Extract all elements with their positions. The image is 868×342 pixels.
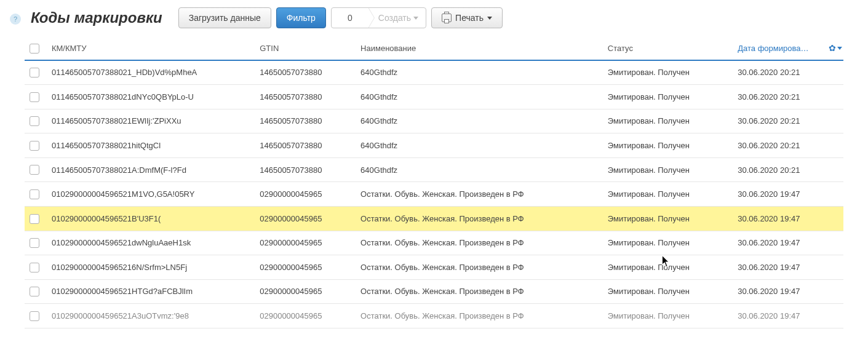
load-data-button[interactable]: Загрузить данные: [178, 7, 271, 28]
help-icon[interactable]: ?: [10, 14, 21, 25]
cell-gtin: 02900000045965: [255, 304, 356, 328]
row-checkbox[interactable]: [30, 92, 39, 102]
cell-gtin: 02900000045965: [255, 182, 356, 207]
row-checkbox[interactable]: [30, 214, 39, 224]
codes-table: КМ/КМТУ GTIN Наименование Статус Дата фо…: [25, 37, 843, 328]
cell-empty: [824, 109, 843, 133]
cell-date: 30.06.2020 19:47: [733, 182, 824, 207]
column-header-km[interactable]: КМ/КМТУ: [47, 37, 255, 60]
cell-status: Эмитирован. Получен: [603, 182, 733, 207]
print-label: Печать: [455, 13, 484, 23]
cell-empty: [824, 133, 843, 158]
cell-name: Остатки. Обувь. Женская. Произведен в РФ: [356, 206, 603, 231]
column-header-gtin[interactable]: GTIN: [255, 37, 356, 60]
create-label: Создать: [378, 13, 411, 23]
cell-empty: [824, 304, 843, 328]
header-checkbox-cell: [25, 37, 47, 60]
filter-button[interactable]: Фильтр: [276, 7, 326, 28]
cell-date: 30.06.2020 19:47: [733, 206, 824, 231]
table-settings-button[interactable]: ✿: [829, 43, 842, 53]
row-checkbox-cell: [25, 231, 47, 255]
table-row[interactable]: 010290000004596521B'U3F1(02900000045965О…: [25, 206, 843, 231]
cell-name: 640Gthdfz: [356, 133, 603, 158]
table-row[interactable]: 010290000004596521A3uOTvmz:'9e8029000000…: [25, 304, 843, 328]
table-row[interactable]: 011465005707388021A:DmfM(F-l?Fd146500570…: [25, 157, 843, 182]
row-checkbox[interactable]: [30, 287, 39, 296]
cell-gtin: 14650057073880: [255, 109, 356, 133]
row-checkbox[interactable]: [30, 263, 39, 272]
select-all-checkbox[interactable]: [30, 44, 39, 54]
row-checkbox[interactable]: [30, 165, 39, 175]
page-title: Коды маркировки: [31, 9, 162, 26]
cell-name: 640Gthdfz: [356, 85, 603, 109]
row-checkbox[interactable]: [30, 189, 39, 199]
cell-name: Остатки. Обувь. Женская. Произведен в РФ: [356, 231, 603, 255]
cell-date: 30.06.2020 19:47: [733, 255, 824, 280]
create-group: 0 Создать: [331, 7, 426, 28]
cell-status: Эмитирован. Получен: [603, 279, 733, 304]
chevron-down-icon: [413, 17, 418, 20]
cell-gtin: 14650057073880: [255, 133, 356, 158]
print-button[interactable]: Печать: [431, 7, 503, 28]
arrow-separator-icon: [368, 7, 375, 28]
row-checkbox-cell: [25, 133, 47, 158]
row-checkbox-cell: [25, 304, 47, 328]
cell-gtin: 14650057073880: [255, 157, 356, 182]
cell-name: Остатки. Обувь. Женская. Произведен в РФ: [356, 182, 603, 207]
cell-empty: [824, 85, 843, 109]
column-header-status[interactable]: Статус: [603, 37, 733, 60]
cell-date: 30.06.2020 20:21: [733, 60, 824, 85]
cell-empty: [824, 206, 843, 231]
table-row[interactable]: 011465005707388021dNYc0QBYpLo-U146500570…: [25, 85, 843, 109]
row-checkbox[interactable]: [30, 311, 39, 321]
cell-date: 30.06.2020 19:47: [733, 231, 824, 255]
create-button: Создать: [375, 13, 426, 23]
cell-date: 30.06.2020 20:21: [733, 157, 824, 182]
cell-name: 640Gthdfz: [356, 157, 603, 182]
table-row[interactable]: 011465005707388021hitQtgCl14650057073880…: [25, 133, 843, 158]
cell-status: Эмитирован. Получен: [603, 255, 733, 280]
chevron-down-icon: [487, 17, 492, 20]
cell-name: Остатки. Обувь. Женская. Произведен в РФ: [356, 255, 603, 280]
cell-empty: [824, 255, 843, 280]
cell-km: 011465005707388021hitQtgCl: [47, 133, 255, 158]
row-checkbox[interactable]: [30, 141, 39, 151]
column-header-name[interactable]: Наименование: [356, 37, 603, 60]
cell-empty: [824, 231, 843, 255]
column-header-date[interactable]: Дата формирова…: [733, 37, 824, 60]
cell-gtin: 02900000045965: [255, 279, 356, 304]
cell-status: Эмитирован. Получен: [603, 109, 733, 133]
cell-status: Эмитирован. Получен: [603, 231, 733, 255]
row-checkbox-cell: [25, 60, 47, 85]
cell-km: 010290000004596521A3uOTvmz:'9e8: [47, 304, 255, 328]
cell-date: 30.06.2020 20:21: [733, 109, 824, 133]
print-icon: [442, 14, 452, 22]
cell-date: 30.06.2020 19:47: [733, 279, 824, 304]
cell-status: Эмитирован. Получен: [603, 133, 733, 158]
cell-gtin: 14650057073880: [255, 60, 356, 85]
table-row[interactable]: 0102900000045965216N/Srfm>LN5Fj029000000…: [25, 255, 843, 280]
cell-name: 640Gthdfz: [356, 109, 603, 133]
cell-empty: [824, 182, 843, 207]
table-row[interactable]: 011465005707388021_HDb)Vd%pMheA146500570…: [25, 60, 843, 85]
cell-status: Эмитирован. Получен: [603, 85, 733, 109]
row-checkbox[interactable]: [30, 68, 39, 78]
row-checkbox[interactable]: [30, 116, 39, 126]
row-checkbox-cell: [25, 157, 47, 182]
cell-km: 011465005707388021EWlIj:'ZPiXXu: [47, 109, 255, 133]
cell-date: 30.06.2020 20:21: [733, 133, 824, 158]
cell-km: 011465005707388021A:DmfM(F-l?Fd: [47, 157, 255, 182]
table-row[interactable]: 010290000004596521M1VO,G5A!05RY029000000…: [25, 182, 843, 207]
cell-status: Эмитирован. Получен: [603, 60, 733, 85]
table-row[interactable]: 010290000004596521HTGd?aFCBJlIm029000000…: [25, 279, 843, 304]
cell-status: Эмитирован. Получен: [603, 304, 733, 328]
cell-gtin: 14650057073880: [255, 85, 356, 109]
table-row[interactable]: 010290000004596521dwNgluAaeH1sk029000000…: [25, 231, 843, 255]
row-checkbox-cell: [25, 279, 47, 304]
cell-date: 30.06.2020 19:47: [733, 304, 824, 328]
cell-empty: [824, 157, 843, 182]
row-checkbox[interactable]: [30, 238, 39, 248]
table-row[interactable]: 011465005707388021EWlIj:'ZPiXXu146500570…: [25, 109, 843, 133]
cell-gtin: 02900000045965: [255, 255, 356, 280]
cell-km: 010290000004596521dwNgluAaeH1sk: [47, 231, 255, 255]
